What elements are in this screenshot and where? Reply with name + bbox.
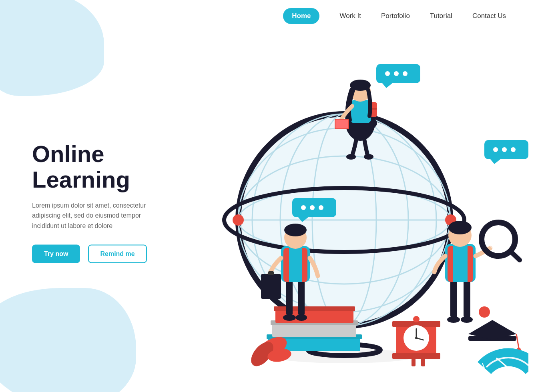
svg-rect-64 — [464, 280, 470, 318]
svg-rect-49 — [335, 120, 348, 128]
svg-line-33 — [516, 334, 519, 348]
button-group: Try now Remind me — [32, 245, 200, 263]
svg-point-88 — [502, 147, 507, 152]
svg-point-55 — [296, 314, 307, 321]
svg-point-87 — [493, 147, 498, 152]
svg-rect-58 — [289, 248, 302, 282]
nav-item-contact[interactable]: Contact Us — [472, 12, 506, 20]
svg-point-54 — [283, 314, 296, 321]
svg-point-84 — [319, 205, 323, 210]
left-content: Online Learning Lorem ipsum dolor sit am… — [32, 141, 200, 263]
svg-rect-29 — [421, 358, 425, 366]
svg-rect-52 — [286, 280, 293, 316]
svg-point-40 — [233, 214, 244, 226]
svg-rect-63 — [450, 280, 457, 318]
svg-point-79 — [403, 71, 408, 76]
try-now-button[interactable]: Try now — [32, 245, 80, 263]
navigation: Home Work It Portofolio Tutorial Contact… — [0, 0, 538, 32]
svg-point-82 — [301, 205, 306, 210]
nav-item-portfolio[interactable]: Portofolio — [381, 12, 410, 20]
svg-point-60 — [284, 224, 307, 236]
svg-marker-76 — [382, 83, 392, 88]
remind-me-button[interactable]: Remind me — [88, 245, 147, 263]
svg-point-30 — [413, 316, 420, 322]
svg-point-77 — [385, 71, 390, 76]
svg-point-78 — [394, 71, 399, 76]
bg-blob-bottom-left — [0, 288, 136, 392]
svg-marker-86 — [490, 159, 500, 164]
svg-point-71 — [448, 221, 472, 234]
svg-rect-23 — [392, 353, 440, 359]
nav-items: Home Work It Portofolio Tutorial Contact… — [283, 8, 506, 24]
svg-rect-28 — [412, 358, 416, 366]
svg-rect-69 — [453, 246, 468, 282]
nav-item-work-it[interactable]: Work It — [339, 12, 361, 20]
svg-point-83 — [310, 205, 315, 210]
svg-point-65 — [447, 316, 460, 323]
svg-rect-17 — [274, 306, 355, 311]
svg-line-74 — [511, 252, 520, 260]
page-title: Online Learning — [32, 141, 200, 192]
svg-rect-61 — [261, 274, 281, 299]
svg-point-50 — [346, 154, 356, 160]
svg-point-73 — [487, 228, 510, 250]
svg-rect-53 — [298, 280, 305, 316]
svg-point-38 — [479, 306, 490, 318]
main-illustration — [148, 20, 528, 380]
hero-subtitle: Lorem ipsum dolor sit amet, consectetur … — [32, 200, 168, 231]
nav-item-tutorial[interactable]: Tutorial — [430, 12, 452, 20]
svg-point-51 — [364, 154, 373, 160]
nav-item-home[interactable]: Home — [283, 8, 319, 24]
svg-point-66 — [461, 316, 473, 323]
svg-rect-62 — [268, 271, 274, 275]
svg-rect-43 — [350, 100, 371, 123]
svg-point-89 — [511, 147, 516, 152]
